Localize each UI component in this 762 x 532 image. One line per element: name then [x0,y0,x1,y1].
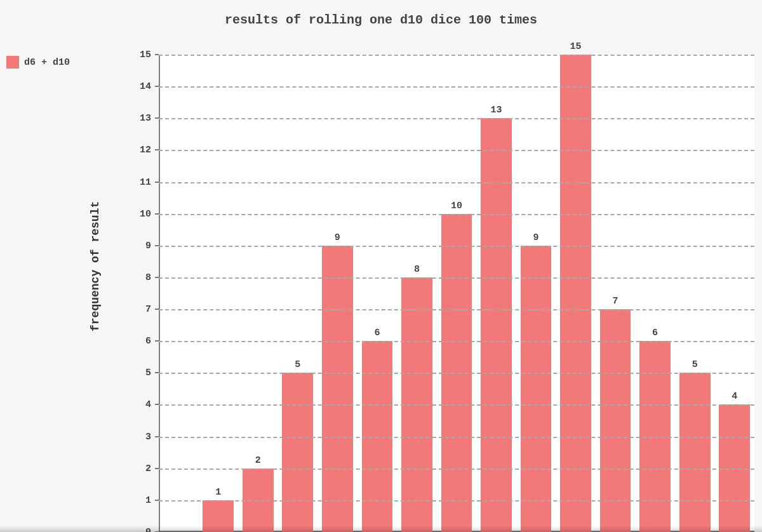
gridline [159,469,754,470]
ytick-mark [155,245,159,246]
bar-slot: 6 [635,55,675,532]
gridline [159,277,754,279]
bar: 5 [679,373,711,532]
bar: 13 [481,118,512,532]
bar-value-label: 1 [215,487,221,498]
ytick-mark [155,277,159,278]
bar-value-label: 13 [490,105,502,116]
bar-slot: 8 [397,55,437,532]
bar-value-label: 9 [533,232,539,243]
gridline [159,309,754,310]
gridline [159,404,754,406]
ytick-label: 4 [145,399,151,410]
bar: 9 [322,246,353,532]
bar-slot: 5 [278,55,318,532]
bar: 9 [521,246,552,532]
ytick-label: 1 [145,495,151,505]
gridline [159,150,754,151]
gridline [159,214,754,215]
ytick-mark [155,117,159,119]
bar-slot: 13 [476,55,516,532]
bar-value-label: 5 [692,359,698,370]
ytick-label: 10 [140,208,151,219]
gridline [159,246,754,247]
bar-slot: 2 [238,55,278,532]
bar-slot [159,55,199,532]
bar: 5 [282,373,313,532]
bar-value-label: 4 [732,391,737,402]
bar-value-label: 15 [570,41,582,52]
gridline [159,55,754,56]
ytick-label: 7 [145,304,151,315]
ytick-mark [155,182,159,183]
chart-title: results of rolling one d10 dice 100 time… [0,13,762,27]
bar-slot: 9 [516,55,556,532]
bar: 15 [560,55,591,532]
ytick-mark [155,372,159,373]
bar-value-label: 8 [414,264,420,275]
ytick-label: 14 [140,81,151,92]
bar-value-label: 9 [335,232,340,243]
bar-value-label: 2 [255,455,261,466]
ytick-mark [155,213,159,215]
ytick-label: 9 [145,240,151,251]
ytick-label: 11 [140,176,151,187]
ytick-mark [155,404,159,405]
ytick-mark [155,340,159,342]
bar-slot: 7 [596,55,636,532]
bar-value-label: 6 [652,328,658,338]
bar-slot: 15 [556,55,596,532]
gridline [159,500,754,502]
bar-slot: 6 [358,55,398,532]
gridline [159,373,754,374]
bar-slot: 4 [714,55,754,532]
ytick-mark [155,468,159,469]
y-axis-label: frequency of result [89,0,102,532]
bars-container: 12596810139157654 [159,55,754,532]
legend: d6 + d10 [6,56,70,69]
gridline [159,118,754,119]
bar-slot: 5 [675,55,715,532]
ytick-mark [155,309,159,310]
ytick-mark [155,436,159,437]
ytick-mark [155,149,159,150]
bar: 1 [203,500,234,532]
ytick-label: 13 [140,113,151,124]
ytick-label: 12 [140,145,151,156]
chart-page: results of rolling one d10 dice 100 time… [0,0,762,532]
bar-value-label: 6 [374,328,380,338]
ytick-label: 8 [145,272,151,283]
gridline [159,182,754,183]
ytick-label: 15 [140,50,151,60]
bar-value-label: 7 [613,296,618,307]
bar-value-label: 10 [451,201,462,211]
legend-swatch [6,56,19,69]
ytick-label: 6 [145,336,151,347]
ytick-label: 0 [145,527,151,533]
ytick-mark [155,54,159,55]
gridline [159,341,754,342]
bar-slot: 10 [437,55,477,532]
gridline [159,86,754,88]
bar-slot: 9 [318,55,358,532]
ytick-mark [155,500,159,501]
ytick-label: 5 [145,368,151,378]
legend-label: d6 + d10 [24,57,70,68]
bar-slot: 1 [199,55,239,532]
plot-area: 12596810139157654 0123456789101112131415 [159,55,754,532]
ytick-mark [155,86,159,87]
gridline [159,437,754,438]
ytick-label: 2 [145,463,151,474]
ytick-label: 3 [145,431,151,442]
bar: 7 [600,309,631,532]
bar-value-label: 5 [295,359,300,370]
